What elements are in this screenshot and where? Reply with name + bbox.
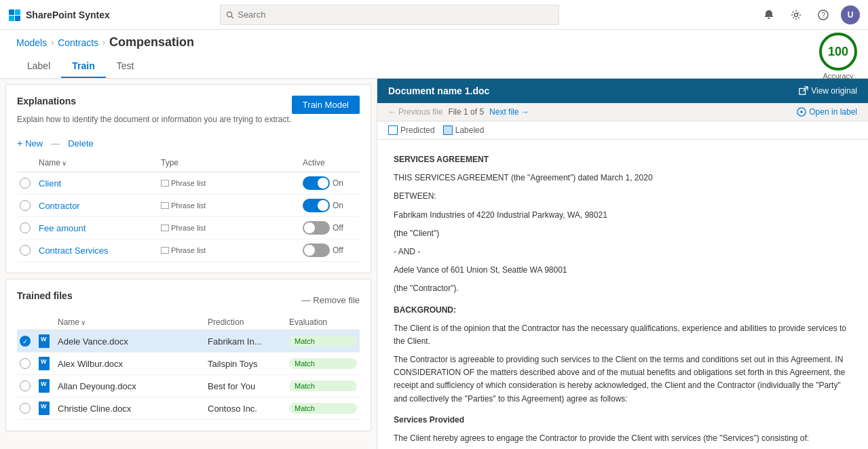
predicted-label: Predicted (400, 125, 435, 135)
doc-between: BETWEEN: (394, 190, 852, 203)
client-toggle-wrap: On (303, 176, 357, 190)
doc-heading: SERVICES AGREEMENT (394, 153, 852, 166)
files-sort-icon: ∨ (81, 319, 86, 326)
labeled-label: Labeled (455, 125, 485, 135)
contractor-toggle-label: On (333, 201, 343, 210)
prediction-allan: Best for You (208, 381, 289, 391)
main-layout: Explanations Explain how to identify the… (0, 79, 868, 449)
breadcrumb-sep-2: › (102, 38, 105, 47)
explanation-row-client: Client Phrase list On (17, 172, 360, 195)
new-explanation-link[interactable]: + New (17, 138, 43, 149)
row-radio-contractor[interactable] (20, 200, 31, 211)
svg-rect-3 (15, 16, 20, 21)
svg-point-4 (227, 12, 231, 16)
file-counter: File 1 of 5 (448, 107, 484, 117)
row-radio-allan[interactable] (20, 380, 31, 391)
doc-party1-line2: (the "Client") (394, 227, 852, 240)
file-name-alex: Alex Wilbur.docx (58, 359, 208, 369)
explanations-section: Explanations Explain how to identify the… (5, 84, 371, 273)
train-model-button[interactable]: Train Model (292, 96, 360, 114)
services-type: Phrase list (161, 246, 303, 254)
remove-file-link[interactable]: — Remove file (301, 295, 360, 305)
open-in-label-link[interactable]: Open in label (797, 107, 857, 117)
help-icon[interactable]: ? (814, 5, 833, 24)
fee-toggle[interactable] (303, 221, 330, 235)
search-input[interactable] (238, 9, 552, 20)
search-box[interactable] (220, 5, 559, 25)
accuracy-label: Accuracy (823, 72, 853, 80)
file-row-christie[interactable]: Christie Cline.docx Contoso Inc. Match (17, 397, 360, 420)
view-original-link[interactable]: View original (799, 86, 857, 96)
contractor-type: Phrase list (161, 201, 303, 210)
contractor-toggle[interactable] (303, 199, 330, 212)
topbar: SharePoint Syntex ? U (0, 0, 868, 30)
breadcrumb-contracts[interactable]: Contracts (58, 37, 98, 48)
row-radio-services[interactable] (20, 245, 31, 256)
accuracy-widget: 100 Accuracy (819, 33, 857, 80)
delete-explanation-link[interactable]: Delete (68, 138, 94, 149)
file-icon-christie (39, 402, 50, 415)
doc-title: Document name 1.doc (388, 85, 489, 96)
contractor-name[interactable]: Contractor (39, 201, 161, 211)
doc-content: SERVICES AGREEMENT THIS SERVICES AGREEME… (377, 140, 868, 449)
app-icon (8, 9, 20, 21)
files-name-col[interactable]: Name ∨ (58, 317, 208, 327)
svg-point-6 (794, 13, 797, 16)
notifications-icon[interactable] (759, 5, 778, 24)
label-icon (797, 107, 806, 117)
labeled-legend-box (443, 125, 453, 135)
breadcrumb-area: Models › Contracts › Compensation Label … (0, 30, 868, 79)
row-radio-client[interactable] (20, 178, 31, 189)
file-row-adele[interactable]: ✓ Adele Vance.docx Fabrikam In... Match (17, 330, 360, 353)
active-col-header: Active (303, 158, 357, 168)
phrase-icon-4 (161, 247, 169, 254)
fee-toggle-wrap: Off (303, 221, 357, 235)
explanation-row-services: Contract Services Phrase list Off (17, 239, 360, 262)
file-row-allan[interactable]: Allan Deyoung.docx Best for You Match (17, 375, 360, 397)
client-toggle-label: On (333, 178, 343, 188)
svg-point-11 (801, 111, 804, 113)
file-name-allan: Allan Deyoung.docx (58, 381, 208, 391)
services-name[interactable]: Contract Services (39, 246, 161, 256)
doc-background-p2: The Contractor is agreeable to providing… (394, 353, 852, 406)
services-toggle[interactable] (303, 243, 330, 257)
explanations-hint: Explain how to identify the document or … (17, 115, 291, 124)
doc-background-p1: The Client is of the opinion that the Co… (394, 322, 852, 348)
services-toggle-label: Off (333, 246, 343, 255)
evaluation-allan: Match (289, 380, 357, 391)
client-name[interactable]: Client (39, 178, 161, 189)
client-toggle[interactable] (303, 176, 330, 190)
svg-line-5 (231, 16, 233, 18)
explanation-row-contractor: Contractor Phrase list On (17, 195, 360, 217)
prev-file-link[interactable]: ← Previous file (388, 107, 442, 117)
breadcrumb-current: Compensation (109, 35, 194, 50)
left-panel: Explanations Explain how to identify the… (0, 79, 377, 449)
name-col-header[interactable]: Name ∨ (39, 158, 161, 168)
fee-name[interactable]: Fee amount (39, 223, 161, 233)
trained-files-section: Trained files — Remove file Name ∨ Predi… (5, 279, 371, 431)
file-name-adele: Adele Vance.docx (58, 336, 208, 347)
sort-icon: ∨ (62, 159, 67, 167)
tabs: Label Train Test (16, 55, 852, 78)
fee-toggle-label: Off (333, 223, 343, 233)
prediction-alex: Tailspin Toys (208, 359, 289, 369)
row-radio-alex[interactable] (20, 358, 31, 369)
tab-train[interactable]: Train (61, 55, 105, 78)
evaluation-col: Evaluation (289, 317, 357, 327)
row-radio-christie[interactable] (20, 403, 31, 414)
minus-icon: — (301, 295, 310, 305)
tab-label[interactable]: Label (16, 55, 61, 78)
services-toggle-wrap: Off (303, 243, 357, 257)
client-type: Phrase list (161, 179, 303, 187)
row-radio-fee[interactable] (20, 222, 31, 233)
phrase-icon-2 (161, 202, 169, 209)
settings-icon[interactable] (787, 5, 806, 24)
breadcrumb-models[interactable]: Models (16, 37, 47, 48)
tab-test[interactable]: Test (106, 55, 145, 78)
file-row-alex[interactable]: Alex Wilbur.docx Tailspin Toys Match (17, 353, 360, 375)
bell-icon (763, 9, 774, 20)
user-avatar[interactable]: U (841, 5, 860, 24)
next-file-link[interactable]: Next file → (489, 107, 529, 117)
nav-arrows: ← Previous file File 1 of 5 Next file → (388, 107, 529, 117)
svg-rect-0 (9, 9, 14, 15)
